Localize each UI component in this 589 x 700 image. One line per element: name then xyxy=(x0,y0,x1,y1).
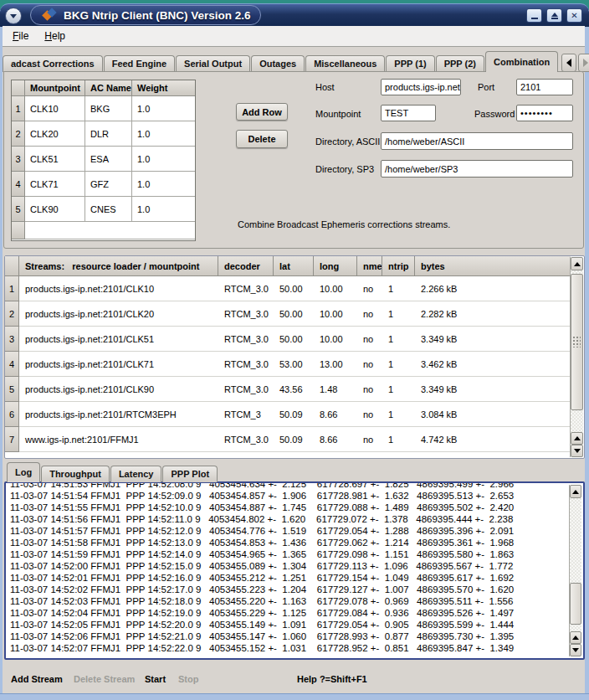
mountpoint-cell[interactable]: CLK51 xyxy=(25,147,85,172)
long-cell[interactable]: 1.48 xyxy=(314,377,357,402)
column-header[interactable]: nmea xyxy=(357,256,382,276)
scroll-down-button[interactable] xyxy=(570,644,581,656)
bytes-cell[interactable]: 2.282 kB xyxy=(415,301,571,327)
stream-source-cell[interactable]: products.igs-ip.net:2101/RTCM3EPH xyxy=(19,402,218,427)
column-header[interactable]: bytes xyxy=(415,256,571,276)
tab-feed-engine[interactable]: Feed Engine xyxy=(104,55,175,72)
empty-cell[interactable] xyxy=(25,222,195,239)
long-cell[interactable]: 8.66 xyxy=(314,402,357,427)
ntrip-cell[interactable]: 1 xyxy=(382,377,415,402)
bytes-cell[interactable]: 3.349 kB xyxy=(415,377,571,402)
ac-name-cell[interactable]: CNES xyxy=(85,197,132,222)
column-header[interactable]: lat xyxy=(274,256,314,276)
bytes-cell[interactable]: 3.462 kB xyxy=(415,352,571,377)
delete-button[interactable]: Delete xyxy=(236,130,288,148)
stream-row[interactable]: 2products.igs-ip.net:2101/CLK20RTCM_3.05… xyxy=(5,301,571,327)
tab-ppp-2-[interactable]: PPP (2) xyxy=(436,55,484,72)
nmea-cell[interactable]: no xyxy=(357,276,382,301)
nmea-cell[interactable]: no xyxy=(357,301,382,327)
lat-cell[interactable]: 50.00 xyxy=(274,301,314,327)
add-row-button[interactable]: Add Row xyxy=(236,103,288,121)
mountpoint-cell[interactable]: CLK71 xyxy=(25,172,85,197)
stream-row[interactable]: 5products.igs-ip.net:2101/CLK90RTCM_3.04… xyxy=(5,377,571,402)
window-menu-button[interactable] xyxy=(5,8,22,24)
tab-combination[interactable]: Combination xyxy=(485,51,558,72)
bytes-cell[interactable]: 3.084 kB xyxy=(415,402,571,427)
host-input[interactable]: products.igs-ip.net xyxy=(381,79,461,95)
column-header[interactable]: decoder xyxy=(218,256,274,276)
decoder-cell[interactable]: RTCM_3.0 xyxy=(218,352,274,377)
minimize-button[interactable] xyxy=(526,8,542,23)
port-input[interactable]: 2101 xyxy=(516,79,573,95)
maximize-button[interactable] xyxy=(546,8,562,23)
stream-source-cell[interactable]: www.igs-ip.net:2101/FFMJ1 xyxy=(19,427,218,452)
stop-button[interactable]: Stop xyxy=(178,674,198,684)
ac-name-cell[interactable]: BKG xyxy=(85,96,132,121)
table-row[interactable]: 3CLK51ESA1.0 xyxy=(12,147,195,172)
stream-row[interactable]: 3products.igs-ip.net:2101/CLK51RTCM_3.05… xyxy=(5,327,571,352)
scroll-up-button-2[interactable] xyxy=(571,432,583,445)
stream-source-cell[interactable]: products.igs-ip.net:2101/CLK71 xyxy=(19,352,218,377)
scroll-up-button-2[interactable] xyxy=(570,631,581,644)
nmea-cell[interactable]: no xyxy=(357,377,382,402)
scrollbar-thumb[interactable] xyxy=(571,274,583,410)
lat-cell[interactable]: 43.56 xyxy=(274,377,314,402)
table-row[interactable]: 1CLK10BKG1.0 xyxy=(12,96,195,121)
mountpoint-input[interactable]: TEST xyxy=(381,105,436,121)
nmea-cell[interactable]: no xyxy=(357,402,382,427)
tab-scroll-left-button[interactable] xyxy=(561,54,576,72)
streams-scrollbar[interactable] xyxy=(570,257,583,457)
column-header[interactable]: ntrip xyxy=(382,256,415,276)
long-cell[interactable]: 8.66 xyxy=(314,427,357,452)
scroll-down-button[interactable] xyxy=(571,445,583,457)
ntrip-cell[interactable]: 1 xyxy=(382,427,415,452)
nmea-cell[interactable]: no xyxy=(357,427,382,452)
lat-cell[interactable]: 53.00 xyxy=(274,352,314,377)
decoder-cell[interactable]: RTCM_3.0 xyxy=(218,377,274,402)
weight-cell[interactable]: 1.0 xyxy=(132,96,195,121)
log-output[interactable]: 11-03-07 14:51:53 FFMJ1 PPP 14:52:08.0 9… xyxy=(4,481,585,660)
delete-stream-button[interactable]: Delete Stream xyxy=(74,674,135,684)
mountpoint-cell[interactable]: CLK90 xyxy=(25,197,85,222)
menu-item-help[interactable]: Help xyxy=(44,30,65,42)
decoder-cell[interactable]: RTCM_3.0 xyxy=(218,327,274,352)
bytes-cell[interactable]: 4.742 kB xyxy=(415,427,571,452)
stream-row[interactable]: 7www.igs-ip.net:2101/FFMJ1RTCM_3.050.098… xyxy=(5,427,571,452)
decoder-cell[interactable]: RTCM_3.0 xyxy=(218,427,274,452)
column-header[interactable]: long xyxy=(314,256,357,276)
tab-log[interactable]: Log xyxy=(7,462,40,482)
stream-row[interactable]: 1products.igs-ip.net:2101/CLK10RTCM_3.05… xyxy=(5,276,571,301)
stream-source-cell[interactable]: products.igs-ip.net:2101/CLK51 xyxy=(19,327,218,352)
tab-serial-output[interactable]: Serial Output xyxy=(176,55,250,72)
decoder-cell[interactable]: RTCM_3.0 xyxy=(218,301,274,327)
weight-cell[interactable]: 1.0 xyxy=(132,147,195,172)
stream-source-cell[interactable]: products.igs-ip.net:2101/CLK90 xyxy=(19,377,218,402)
tab-latency[interactable]: Latency xyxy=(110,466,162,482)
tab-outages[interactable]: Outages xyxy=(251,55,305,72)
titlebar[interactable]: BKG Ntrip Client (BNC) Version 2.6 ✕ xyxy=(0,3,589,27)
bytes-cell[interactable]: 3.349 kB xyxy=(415,327,571,352)
scroll-up-button[interactable] xyxy=(570,485,581,498)
long-cell[interactable]: 10.00 xyxy=(314,327,357,352)
stream-source-cell[interactable]: products.igs-ip.net:2101/CLK10 xyxy=(19,276,218,301)
long-cell[interactable]: 13.00 xyxy=(314,352,357,377)
dir-ascii-input[interactable]: /home/weber/ASCII xyxy=(381,132,573,150)
stream-row[interactable]: 6products.igs-ip.net:2101/RTCM3EPHRTCM_3… xyxy=(5,402,571,427)
weight-cell[interactable]: 1.0 xyxy=(132,197,195,222)
ac-name-cell[interactable]: ESA xyxy=(85,147,132,172)
table-row[interactable]: 4CLK71GFZ1.0 xyxy=(12,172,195,197)
tab-scroll-right-button[interactable] xyxy=(578,54,589,72)
nmea-cell[interactable]: no xyxy=(357,327,382,352)
long-cell[interactable]: 10.00 xyxy=(314,276,357,301)
ntrip-cell[interactable]: 1 xyxy=(382,276,415,301)
scrollbar-thumb[interactable] xyxy=(570,583,581,625)
decoder-cell[interactable]: RTCM_3 xyxy=(218,402,274,427)
tab-adcast-corrections[interactable]: adcast Corrections xyxy=(3,55,103,72)
ntrip-cell[interactable]: 1 xyxy=(382,402,415,427)
nmea-cell[interactable]: no xyxy=(357,352,382,377)
ntrip-cell[interactable]: 1 xyxy=(382,301,415,327)
decoder-cell[interactable]: RTCM_3.0 xyxy=(218,276,274,301)
log-scrollbar[interactable] xyxy=(569,485,581,656)
start-button[interactable]: Start xyxy=(145,674,166,684)
ac-name-cell[interactable]: GFZ xyxy=(85,172,132,197)
